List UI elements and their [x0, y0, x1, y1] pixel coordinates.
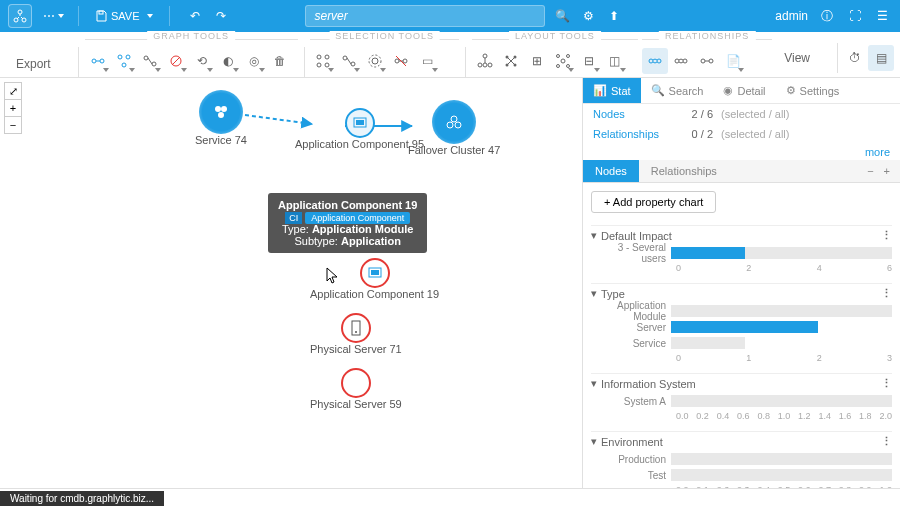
svg-point-23 [403, 59, 407, 63]
add-icon[interactable]: + [884, 165, 890, 177]
svg-point-0 [18, 10, 22, 14]
zoom-in-button[interactable]: + [4, 99, 22, 117]
save-button[interactable]: SAVE [95, 10, 153, 22]
chevron-down-icon[interactable]: ▾ [591, 435, 597, 448]
svg-point-38 [556, 54, 559, 57]
chevron-down-icon[interactable]: ▾ [591, 287, 597, 300]
chart-menu-icon[interactable]: ⋮ [881, 435, 892, 448]
tab-settings[interactable]: ⚙ Settings [776, 78, 850, 103]
rel-tool-1[interactable] [642, 48, 668, 74]
rel-tool-3[interactable] [694, 48, 720, 74]
svg-point-40 [556, 64, 559, 67]
chevron-down-icon[interactable]: ▾ [591, 377, 597, 390]
graph-tool-7[interactable]: ◎ [241, 48, 267, 74]
svg-point-9 [122, 63, 126, 67]
redo-button[interactable]: ↷ [212, 7, 230, 25]
svg-point-16 [317, 63, 321, 67]
svg-point-44 [675, 59, 679, 63]
tab-detail[interactable]: ◉ Detail [713, 78, 775, 103]
search-wrap: 🔍 ⚙ ⬆ [305, 5, 623, 27]
menu-icon[interactable]: ☰ [874, 7, 892, 25]
layout-tool-4[interactable] [550, 48, 576, 74]
subtab-nodes[interactable]: Nodes [583, 160, 639, 182]
username-label[interactable]: admin [775, 9, 808, 23]
layout-tool-2[interactable] [498, 48, 524, 74]
fit-button[interactable]: ⤢ [4, 82, 22, 100]
svg-point-11 [152, 62, 156, 66]
project-dropdown[interactable]: ⋯ [44, 7, 62, 25]
tab-stat[interactable]: 📊 Stat [583, 78, 641, 103]
app-logo[interactable] [8, 4, 32, 28]
svg-point-43 [657, 59, 661, 63]
zoom-out-button[interactable]: − [4, 116, 22, 134]
node-tooltip: Application Component 19 CIApplication C… [268, 193, 427, 253]
svg-point-21 [369, 55, 381, 67]
rel-tool-4[interactable]: 📄 [720, 48, 746, 74]
fullscreen-icon[interactable]: ⛶ [846, 7, 864, 25]
svg-point-17 [325, 63, 329, 67]
view-button[interactable]: View [774, 45, 833, 71]
graph-tool-1[interactable] [85, 48, 111, 74]
section-rel-label: RELATIONSHIPS [659, 31, 755, 41]
search-icon[interactable]: 🔍 [553, 7, 571, 25]
svg-point-51 [215, 106, 221, 112]
layout-tool-3[interactable]: ⊞ [524, 48, 550, 74]
node-physical-59[interactable]: Physical Server 59 [310, 368, 402, 410]
svg-point-4 [92, 59, 96, 63]
section-selection-label: SELECTION TOOLS [329, 31, 440, 41]
svg-point-58 [455, 122, 461, 128]
timer-icon[interactable]: ⏱ [842, 45, 868, 71]
graph-tool-5[interactable]: ⟲ [189, 48, 215, 74]
search-settings-icon[interactable]: ⚙ [579, 7, 597, 25]
tab-search[interactable]: 🔍 Search [641, 78, 714, 103]
svg-rect-60 [371, 270, 379, 275]
sel-tool-2[interactable] [336, 48, 362, 74]
sel-tool-1[interactable] [310, 48, 336, 74]
svg-rect-3 [99, 11, 103, 14]
panel-toggle-icon[interactable]: ▤ [868, 45, 894, 71]
node-failover-47[interactable]: Failover Cluster 47 [408, 100, 500, 156]
svg-point-10 [144, 56, 148, 60]
svg-point-27 [478, 63, 482, 67]
node-physical-71[interactable]: Physical Server 71 [310, 313, 402, 355]
status-bar: Waiting for cmdb.graphlytic.biz... [0, 488, 900, 506]
graph-canvas[interactable]: ⤢ + − Service 74 Application Component 9… [0, 78, 582, 488]
undo-button[interactable]: ↶ [186, 7, 204, 25]
sel-tool-5[interactable]: ▭ [414, 48, 440, 74]
chart-menu-icon[interactable]: ⋮ [881, 229, 892, 242]
search-input[interactable] [305, 5, 545, 27]
node-app-component-95[interactable]: Application Component 95 [295, 108, 424, 150]
add-property-chart-button[interactable]: + Add property chart [591, 191, 716, 213]
stats-rel-row: Relationships 0 / 2 (selected / all) [583, 124, 900, 144]
sel-tool-4[interactable] [388, 48, 414, 74]
export-button[interactable]: Export [6, 51, 74, 77]
chart-menu-icon[interactable]: ⋮ [881, 287, 892, 300]
svg-point-47 [709, 59, 713, 63]
info-icon[interactable]: ⓘ [818, 7, 836, 25]
layout-tool-1[interactable] [472, 48, 498, 74]
svg-point-8 [126, 55, 130, 59]
save-label: SAVE [111, 10, 140, 22]
graph-tool-4[interactable] [163, 48, 189, 74]
sel-tool-3[interactable] [362, 48, 388, 74]
upload-icon[interactable]: ⬆ [605, 7, 623, 25]
rel-tool-2[interactable] [668, 48, 694, 74]
graph-tool-6[interactable]: ◐ [215, 48, 241, 74]
chevron-down-icon[interactable]: ▾ [591, 229, 597, 242]
subtab-relationships[interactable]: Relationships [639, 160, 729, 182]
panel-tabs: 📊 Stat 🔍 Search ◉ Detail ⚙ Settings [583, 78, 900, 104]
svg-point-41 [566, 64, 569, 67]
svg-point-52 [221, 106, 227, 112]
layout-tool-5[interactable]: ⊟ [576, 48, 602, 74]
chart-menu-icon[interactable]: ⋮ [881, 377, 892, 390]
layout-tool-6[interactable]: ◫ [602, 48, 628, 74]
more-link[interactable]: more [583, 144, 900, 160]
graph-tool-3[interactable] [137, 48, 163, 74]
svg-point-28 [483, 63, 487, 67]
delete-icon[interactable]: 🗑 [267, 48, 293, 74]
collapse-icon[interactable]: − [867, 165, 873, 177]
node-service-74[interactable]: Service 74 [195, 90, 247, 146]
graph-tool-2[interactable] [111, 48, 137, 74]
stats-nodes-row: Nodes 2 / 6 (selected / all) [583, 104, 900, 124]
zoom-controls: ⤢ + − [4, 82, 22, 133]
